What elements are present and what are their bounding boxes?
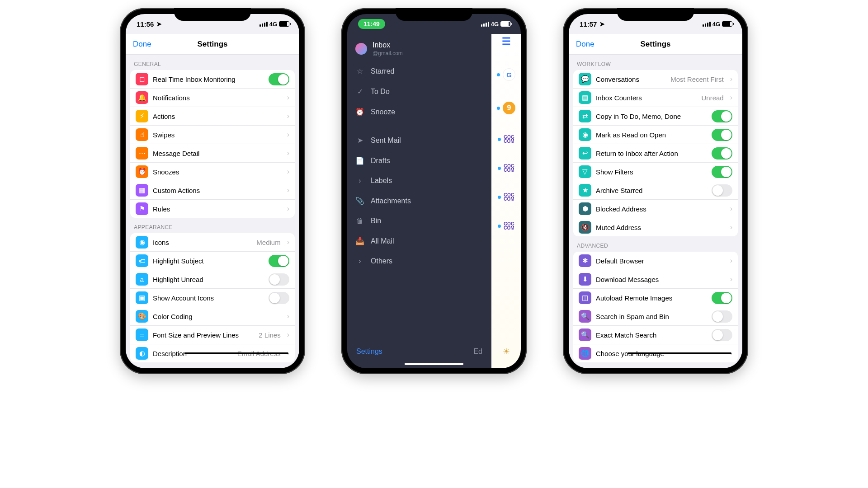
row-label: Color Coding bbox=[153, 313, 283, 320]
peek-row-google[interactable]: G bbox=[497, 68, 515, 81]
toggle-5[interactable] bbox=[712, 166, 732, 178]
toggle-2[interactable] bbox=[712, 110, 732, 122]
sidebar-item-bin[interactable]: 🗑 Bin bbox=[347, 211, 491, 231]
settings-row[interactable]: ▣ Show Account Icons bbox=[130, 288, 295, 307]
row-label: Highlight Subject bbox=[153, 257, 264, 265]
settings-row[interactable]: ⚡︎ Actions › bbox=[130, 107, 295, 125]
settings-row[interactable]: ◫ Autoload Remote Images bbox=[573, 288, 738, 307]
advanced-group: ✱ Default Browser › ⬇︎ Download Messages… bbox=[573, 252, 738, 362]
peek-row-gog-4[interactable]: GOGCOM bbox=[498, 222, 514, 230]
avatar bbox=[355, 43, 367, 55]
settings-link[interactable]: Settings bbox=[356, 347, 382, 356]
toggle-0[interactable] bbox=[269, 73, 289, 85]
sidebar-item-drafts[interactable]: 📄 Drafts bbox=[347, 150, 491, 171]
toggle-1[interactable] bbox=[269, 255, 289, 267]
settings-row[interactable]: 🔍 Exact Match Search bbox=[573, 325, 738, 344]
inbox-peek[interactable]: ☰ G 9 GOGCOM GOGCOM GOGCOM GOGCOM ☀︎ bbox=[491, 34, 521, 368]
settings-row[interactable]: ▤ Inbox Counters Unread› bbox=[573, 88, 738, 107]
sidebar-item-label: To Do bbox=[371, 88, 390, 96]
sun-icon[interactable]: ☀︎ bbox=[503, 347, 510, 357]
phone-left: 11:56➤ 4G Done Settings GENERAL ◻︎ Real … bbox=[120, 8, 305, 374]
sidebar-item-others[interactable]: › Others bbox=[347, 251, 491, 271]
sidebar-item-to do[interactable]: ✓ To Do bbox=[347, 81, 491, 102]
row-label: Mark as Read on Open bbox=[596, 131, 707, 139]
location-arrow-icon: ➤ bbox=[599, 20, 605, 28]
settings-row[interactable]: 🔍 Search in Spam and Bin bbox=[573, 307, 738, 325]
chevron-right-icon: › bbox=[287, 149, 289, 157]
section-header-appearance: APPEARANCE bbox=[126, 218, 299, 233]
settings-row[interactable]: 🔇 Muted Address › bbox=[573, 218, 738, 236]
toggle-6[interactable] bbox=[712, 184, 732, 197]
gog-logo: GOGCOM bbox=[504, 135, 514, 143]
settings-row[interactable]: 🔔 Notifications › bbox=[130, 88, 295, 107]
toggle-2[interactable] bbox=[712, 292, 732, 304]
peek-row-number[interactable]: 9 bbox=[497, 102, 515, 114]
settings-row[interactable]: ⚑ Rules › bbox=[130, 199, 295, 218]
toggle-4[interactable] bbox=[712, 147, 732, 160]
chevron-right-icon: › bbox=[287, 312, 289, 320]
status-time: 11:56 bbox=[137, 20, 154, 28]
search-icon: 🔍 bbox=[579, 310, 591, 323]
attachment-icon: 📎 bbox=[355, 197, 364, 205]
toggle-4[interactable] bbox=[712, 329, 732, 341]
settings-row[interactable]: ✱ Default Browser › bbox=[573, 252, 738, 270]
settings-row[interactable]: a Highlight Unread bbox=[130, 270, 295, 288]
copy-icon: ⇄ bbox=[579, 110, 591, 122]
settings-row[interactable]: ▦ Custom Actions › bbox=[130, 181, 295, 199]
filter-icon: ▽ bbox=[579, 165, 591, 178]
sidebar-item-labels[interactable]: › Labels bbox=[347, 171, 491, 191]
peek-row-gog-2[interactable]: GOGCOM bbox=[498, 164, 514, 172]
peek-row-gog-3[interactable]: GOGCOM bbox=[498, 193, 514, 201]
done-button[interactable]: Done bbox=[133, 40, 151, 49]
nav-bar: Done Settings bbox=[569, 34, 742, 55]
done-button[interactable]: Done bbox=[576, 40, 594, 49]
download-icon: ⬇︎ bbox=[579, 273, 591, 286]
toggle-3[interactable] bbox=[712, 310, 732, 323]
chevron-right-icon: › bbox=[355, 257, 364, 265]
settings-row[interactable]: ★ Archive Starred bbox=[573, 181, 738, 199]
settings-row[interactable]: ≣ Font Size and Preview Lines 2 Lines› bbox=[130, 325, 295, 344]
sidebar-item-sent mail[interactable]: ➤ Sent Mail bbox=[347, 130, 491, 150]
row-label: Message Detail bbox=[153, 150, 283, 157]
return-icon: ↩︎ bbox=[579, 147, 591, 160]
shield-icon: ⬢ bbox=[579, 202, 591, 215]
toggle-3[interactable] bbox=[269, 292, 289, 304]
account-header[interactable]: Inbox @gmail.com bbox=[347, 38, 491, 58]
settings-row[interactable]: ↩︎ Return to Inbox after Action bbox=[573, 144, 738, 162]
row-label: Swipes bbox=[153, 131, 283, 139]
settings-row[interactable]: ◉ Mark as Read on Open bbox=[573, 125, 738, 144]
row-label: Muted Address bbox=[596, 224, 726, 231]
row-label: Exact Match Search bbox=[596, 331, 707, 339]
sidebar-item-starred[interactable]: ☆ Starred bbox=[347, 61, 491, 81]
settings-row[interactable]: ◻︎ Real Time Inbox Monitoring bbox=[130, 70, 295, 88]
hamburger-icon[interactable]: ☰ bbox=[502, 36, 511, 47]
settings-row[interactable]: ▽ Show Filters bbox=[573, 162, 738, 181]
sidebar-item-snooze[interactable]: ⏰ Snooze bbox=[347, 102, 491, 122]
toggle-2[interactable] bbox=[269, 273, 289, 286]
row-label: Autoload Remote Images bbox=[596, 294, 707, 302]
row-label: Download Messages bbox=[596, 276, 726, 283]
settings-row[interactable]: ⬇︎ Download Messages › bbox=[573, 270, 738, 288]
chevron-right-icon: › bbox=[287, 168, 289, 176]
settings-row[interactable]: ⬢ Blocked Address › bbox=[573, 199, 738, 218]
settings-row[interactable]: ⇄ Copy in To Do, Memo, Done bbox=[573, 107, 738, 125]
settings-row[interactable]: ⏰ Snoozes › bbox=[130, 162, 295, 181]
page-title: Settings bbox=[640, 40, 670, 49]
settings-row[interactable]: ☝︎ Swipes › bbox=[130, 125, 295, 144]
edit-link[interactable]: Ed bbox=[473, 347, 482, 356]
hand-icon: ☝︎ bbox=[136, 128, 148, 141]
chevron-right-icon: › bbox=[287, 205, 289, 213]
toggle-3[interactable] bbox=[712, 129, 732, 141]
settings-row[interactable]: 💬 Conversations Most Recent First› bbox=[573, 70, 738, 88]
network-label: 4G bbox=[491, 21, 499, 28]
chevron-right-icon: › bbox=[287, 94, 289, 102]
sidebar-item-all mail[interactable]: 📥 All Mail bbox=[347, 231, 491, 251]
sidebar-item-attachments[interactable]: 📎 Attachments bbox=[347, 191, 491, 211]
peek-row-gog-1[interactable]: GOGCOM bbox=[498, 135, 514, 143]
settings-row[interactable]: ⋯ Message Detail › bbox=[130, 144, 295, 162]
settings-row[interactable]: 🎨 Color Coding › bbox=[130, 307, 295, 325]
settings-row[interactable]: 🏷 Highlight Subject bbox=[130, 251, 295, 270]
sidebar-item-label: Sent Mail bbox=[371, 136, 401, 145]
gog-logo: GOGCOM bbox=[504, 164, 514, 172]
settings-row[interactable]: ◉ Icons Medium› bbox=[130, 233, 295, 251]
